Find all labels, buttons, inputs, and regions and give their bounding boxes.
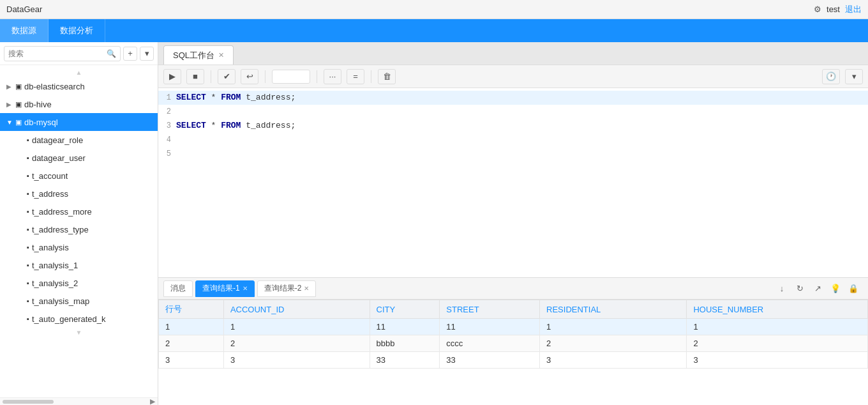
table-icon: ▪ — [27, 190, 29, 197]
tree-item-t-analysis-map[interactable]: ▪ t_analysis_map — [0, 292, 158, 310]
tree-item-label: t_address — [32, 189, 68, 199]
down-arrow-icon[interactable]: ↓ — [775, 282, 789, 296]
column-header-ACCOUNT_ID: ACCOUNT_ID — [223, 300, 370, 319]
line-number: 2 — [158, 105, 176, 119]
history-button[interactable]: 🕐 — [822, 69, 840, 84]
tree-item-t-analysis-1[interactable]: ▪ t_analysis_1 — [0, 256, 158, 274]
lock-icon[interactable]: 🔒 — [846, 282, 860, 296]
toolbar-sep-3 — [317, 70, 317, 83]
line-number: 3 — [158, 119, 176, 133]
column-header-STREET: STREET — [440, 300, 540, 319]
refresh-icon[interactable]: ↻ — [793, 282, 807, 296]
table-icon: ▪ — [27, 154, 29, 162]
tree-item-label: t_address_more — [32, 207, 92, 217]
code-line-2[interactable]: 2 — [158, 105, 868, 119]
sql-tab-close-icon[interactable]: ✕ — [218, 51, 224, 59]
column-header-RESIDENTIAL: RESIDENTIAL — [540, 300, 687, 319]
table-row: 22bbbbcccc22 — [159, 335, 868, 352]
table-cell: 3 — [159, 352, 224, 369]
result-tab------2[interactable]: 查询结果-2✕ — [257, 280, 317, 297]
expand-button[interactable]: ▾ — [140, 47, 154, 61]
tree-item-label: db-elasticsearch — [24, 82, 85, 91]
line-content: SELECT * FROM t_address; — [176, 119, 868, 133]
tree-arrow-icon: ▶ — [6, 83, 15, 90]
tree-item-db-elasticsearch[interactable]: ▶ ▣ db-elasticsearch — [0, 77, 158, 95]
search-input[interactable] — [8, 49, 107, 58]
editor-area: ▶ ■ ✔ ↩ ; ··· = 🗑 🕐 ▾ — [158, 65, 868, 277]
table-cell: 33 — [440, 352, 540, 369]
logout-button[interactable]: 退出 — [845, 4, 862, 15]
table-icon: ▪ — [27, 243, 29, 251]
sql-workbench-tab[interactable]: SQL工作台 ✕ — [163, 45, 234, 65]
code-line-1[interactable]: 1SELECT * FROM t_address; — [158, 91, 868, 105]
search-icon: 🔍 — [107, 49, 116, 58]
sidebar-hscroll[interactable]: ▶ — [0, 397, 158, 405]
titlebar: DataGear ⚙ test 退出 — [0, 0, 868, 19]
tree-item-t-auto-generated-k[interactable]: ▪ t_auto_generated_k — [0, 310, 158, 328]
table-cell: cccc — [440, 335, 540, 352]
tree-item-t-analysis[interactable]: ▪ t_analysis — [0, 238, 158, 256]
code-line-5[interactable]: 5 — [158, 147, 868, 161]
tabs-bar: SQL工作台 ✕ — [158, 42, 868, 65]
tree-arrow-icon: ▼ — [6, 119, 15, 126]
search-input-wrapper[interactable]: 🔍 — [4, 46, 121, 61]
code-line-3[interactable]: 3SELECT * FROM t_address; — [158, 119, 868, 133]
tree-item-label: t_address_type — [32, 225, 89, 234]
more-button[interactable]: ▾ — [845, 69, 863, 84]
toolbar-sep-2 — [265, 70, 266, 83]
equals-button[interactable]: = — [347, 69, 364, 84]
run-button[interactable]: ▶ — [163, 69, 181, 84]
tree-item-t-analysis-2[interactable]: ▪ t_analysis_2 — [0, 274, 158, 292]
table-cell: 1 — [159, 319, 224, 335]
result-tab-close-icon[interactable]: ✕ — [243, 285, 248, 292]
titlebar-right: ⚙ test 退出 — [814, 4, 862, 15]
stop-button[interactable]: ■ — [186, 69, 204, 84]
tree-item-db-hive[interactable]: ▶ ▣ db-hive — [0, 95, 158, 113]
result-tab---[interactable]: 消息 — [163, 280, 193, 297]
result-table-wrapper[interactable]: 行号ACCOUNT_IDCITYSTREETRESIDENTIALHOUSE_N… — [158, 300, 868, 405]
code-line-4[interactable]: 4 — [158, 133, 868, 147]
tree-item-datagear-role[interactable]: ▪ datagear_role — [0, 131, 158, 149]
table-cell: bbbb — [370, 335, 440, 352]
bulb-icon[interactable]: 💡 — [828, 282, 842, 296]
semicolon-input[interactable]: ; — [272, 70, 310, 84]
table-row: 33333333 — [159, 352, 868, 369]
table-icon: ▪ — [27, 136, 29, 144]
delete-button[interactable]: 🗑 — [378, 69, 396, 84]
tree-item-t-account[interactable]: ▪ t_account — [0, 167, 158, 185]
add-button[interactable]: + — [123, 47, 137, 61]
app-title: DataGear — [6, 4, 42, 14]
tree-arrow-icon: ▶ — [6, 101, 15, 108]
tree-item-label: t_analysis — [32, 243, 69, 252]
tree-item-datagear-user[interactable]: ▪ datagear_user — [0, 149, 158, 167]
table-cell: 3 — [687, 352, 868, 369]
tree-item-label: t_auto_generated_k — [32, 314, 106, 324]
undo-button[interactable]: ↩ — [241, 69, 258, 84]
nav-tab-数据源[interactable]: 数据源 — [0, 19, 49, 42]
tree-item-label: db-mysql — [24, 118, 58, 127]
toolbar-sep-1 — [211, 70, 211, 83]
tree-item-label: datagear_role — [32, 135, 83, 145]
table-icon: ▪ — [27, 208, 29, 215]
table-cell: 1 — [687, 319, 868, 335]
tree-item-t-address-more[interactable]: ▪ t_address_more — [0, 202, 158, 220]
dots-button[interactable]: ··· — [324, 69, 341, 84]
expand-icon[interactable]: ↗ — [811, 282, 825, 296]
table-header-row: 行号ACCOUNT_IDCITYSTREETRESIDENTIALHOUSE_N… — [159, 300, 868, 319]
table-cell: 2 — [223, 335, 370, 352]
result-tab------1[interactable]: 查询结果-1✕ — [195, 280, 255, 297]
nav-tab-数据分析[interactable]: 数据分析 — [49, 19, 105, 42]
table-icon: ▪ — [27, 297, 29, 305]
result-tab-close-icon[interactable]: ✕ — [304, 285, 309, 292]
check-button[interactable]: ✔ — [218, 69, 236, 84]
result-tabs: 消息查询结果-1✕查询结果-2✕↓↻↗💡🔒 — [158, 278, 868, 300]
toolbar-sep-4 — [371, 70, 371, 83]
table-cell: 1 — [540, 319, 687, 335]
table-cell: 2 — [159, 335, 224, 352]
gear-icon[interactable]: ⚙ — [814, 4, 821, 14]
tree-item-t-address[interactable]: ▪ t_address — [0, 185, 158, 202]
tree-item-db-mysql[interactable]: ▼ ▣ db-mysql — [0, 113, 158, 131]
db-icon: ▣ — [15, 100, 22, 109]
tree-item-t-address-type[interactable]: ▪ t_address_type — [0, 220, 158, 238]
editor-content[interactable]: 1SELECT * FROM t_address;2 3SELECT * FRO… — [158, 88, 868, 277]
